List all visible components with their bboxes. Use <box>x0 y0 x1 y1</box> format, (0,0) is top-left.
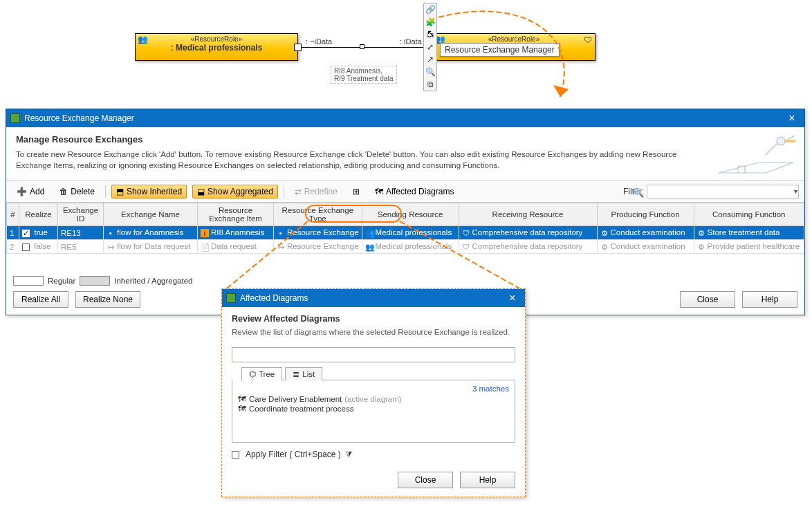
delete-button[interactable]: 🗑 Delete <box>55 185 100 198</box>
resource-exchange-manager-window: Resource Exchange Manager × Manage Resou… <box>6 109 805 315</box>
stereotype-label: «ResourceRole» <box>433 35 595 43</box>
tooltip: Resource Exchange Manager <box>440 43 560 57</box>
cell-sending: 👥Medical professionals <box>362 226 459 240</box>
cell-exid: RE5 <box>58 240 104 254</box>
tool-extra-button[interactable]: ⊞ <box>348 185 365 198</box>
col-realize[interactable]: Realize <box>19 203 58 226</box>
realize-none-button[interactable]: Realize None <box>75 291 140 308</box>
palette-item-2[interactable]: 🧩 <box>424 16 436 28</box>
gear-icon: ⚙ <box>600 243 609 251</box>
flow-icon: ↦ <box>107 243 115 251</box>
match-count: 3 matches <box>238 385 509 393</box>
filter-funnel-icon[interactable]: ⧩ <box>345 450 352 459</box>
cell-realize[interactable]: false <box>19 240 58 254</box>
legend-regular-label: Regular <box>48 277 75 285</box>
close-button[interactable]: Close <box>680 291 735 308</box>
flow-items-label: RI8 Anamnesis, RI9 Treatment data <box>331 66 397 84</box>
col-type[interactable]: Resource Exchange Type <box>274 203 362 226</box>
cell-item: iRI8 Anamnesis <box>198 226 274 240</box>
trash-icon: 🗑 <box>59 187 68 196</box>
filter-label: Filter: <box>623 187 644 196</box>
toolbar: ➕ Add 🗑 Delete ⬒ Show Inherited ⬓ Show A… <box>6 181 804 203</box>
intro-text: To create new Resource Exchange click 'A… <box>16 149 708 171</box>
help-button[interactable]: Help <box>742 291 797 308</box>
result-item[interactable]: 🗺 Care Delivery Enablement (active diagr… <box>238 394 509 404</box>
cell-receiving: 🛡Comprehensive data repository <box>459 240 597 254</box>
svg-point-1 <box>777 137 785 145</box>
shield-icon: 🛡 <box>584 35 592 45</box>
col-consuming[interactable]: Consuming Function <box>694 203 804 226</box>
filter-input[interactable] <box>647 185 799 198</box>
palette-item-4[interactable]: ⤢ <box>424 41 436 53</box>
result-item[interactable]: 🗺 Coordinate treatment process <box>238 404 509 414</box>
person-icon: 👥 <box>365 243 373 251</box>
cell-producing: ⚙Conduct examination <box>597 240 694 254</box>
realize-all-button[interactable]: Realize All <box>13 291 68 308</box>
palette-item-1[interactable]: 🔗 <box>424 3 436 16</box>
palette-item-6[interactable]: 🔍 <box>424 66 436 78</box>
palette-item-exchange-manager[interactable]: 🗂 <box>424 28 436 41</box>
legend: Regular Inherited / Aggregated <box>6 272 804 287</box>
intro-section: Manage Resource Exchanges To create new … <box>6 127 804 181</box>
tooltip-text: Resource Exchange Manager <box>445 45 555 55</box>
palette-item-5[interactable]: ↗ <box>424 53 436 66</box>
col-num[interactable]: # <box>7 203 19 226</box>
connector-line[interactable] <box>301 47 430 48</box>
apply-filter-checkbox[interactable] <box>232 451 239 459</box>
app-icon <box>226 293 236 303</box>
col-exid[interactable]: Exchange ID <box>58 203 104 226</box>
search-input[interactable] <box>232 347 515 362</box>
cell-realize[interactable]: true <box>19 226 58 240</box>
add-button[interactable]: ➕ Add <box>12 185 49 198</box>
result-name: Coordinate treatment process <box>249 405 354 413</box>
legend-swatch-inherited <box>80 276 110 286</box>
show-inherited-toggle[interactable]: ⬒ Show Inherited <box>111 185 187 198</box>
add-icon: ➕ <box>17 187 27 196</box>
connector-mid-handle[interactable] <box>360 44 365 49</box>
close-icon[interactable]: × <box>504 293 521 304</box>
inherit-icon: ⬒ <box>116 187 124 196</box>
show-aggregated-toggle[interactable]: ⬓ Show Aggregated <box>192 185 278 198</box>
col-exname[interactable]: Exchange Name <box>104 203 198 226</box>
dialog-help-button[interactable]: Help <box>460 472 515 488</box>
titlebar[interactable]: Resource Exchange Manager × <box>6 109 804 127</box>
checkbox-icon[interactable] <box>22 230 30 237</box>
diagram-canvas: 👥 «ResourceRole» : Medical professionals… <box>0 0 812 104</box>
tab-list[interactable]: ≣ List <box>285 367 322 380</box>
redefine-button[interactable]: ⇄ Redefine <box>290 185 342 198</box>
delete-label: Delete <box>71 187 95 196</box>
extra-icon: ⊞ <box>353 187 360 196</box>
tab-tree[interactable]: ⌬ Tree <box>241 367 282 380</box>
shield-icon: 🛡 <box>462 229 470 237</box>
dialog-close-button[interactable]: Close <box>398 472 453 488</box>
gear-icon: ⚙ <box>600 229 609 237</box>
person-icon: 👥 <box>365 229 373 237</box>
titlebar[interactable]: Affected Diagrams × <box>222 289 525 307</box>
col-producing[interactable]: Producing Function <box>597 203 694 226</box>
affected-diagrams-button[interactable]: 🗺 Affected Diagrams <box>370 185 459 198</box>
dialog-body: 🔍 ⌬ Tree ≣ List 3 matches 🗺 Care Deliver… <box>222 347 525 466</box>
doc-icon: 📄 <box>201 243 209 251</box>
col-sending[interactable]: Sending Resource <box>362 203 459 226</box>
col-item[interactable]: Resource Exchange Item <box>198 203 274 226</box>
cell-exname: ↦flow for Data request <box>104 240 198 254</box>
table-row[interactable]: 1 true RE13 ▪flow for Anamnesis iRI8 Ana… <box>7 226 804 240</box>
cell-num: 2 <box>7 240 19 254</box>
table-row[interactable]: 2 false RE5 ↦flow for Data request 📄Data… <box>7 240 804 254</box>
resource-role-left[interactable]: 👥 «ResourceRole» : Medical professionals <box>135 33 298 61</box>
col-receiving[interactable]: Receiving Resource <box>459 203 597 226</box>
palette-item-7[interactable]: ⧉ <box>424 78 436 91</box>
app-icon <box>10 113 20 123</box>
separator <box>105 185 106 198</box>
cell-consuming: ⚙Provide patient healthcare <box>694 240 804 254</box>
diagram-icon: 🗺 <box>238 395 246 403</box>
cell-receiving: 🛡Comprehensive data repository <box>459 226 597 240</box>
redefine-icon: ⇄ <box>295 187 302 196</box>
results-box: 3 matches 🗺 Care Delivery Enablement (ac… <box>232 380 515 443</box>
close-icon[interactable]: × <box>784 113 800 124</box>
role-name-label: : Medical professionals <box>136 43 297 53</box>
apply-filter-label: Apply Filter ( Ctrl+Space ) <box>246 450 341 459</box>
checkbox-icon[interactable] <box>22 243 30 251</box>
filter-group: Filter: <box>623 185 799 198</box>
filter-dropdown-icon[interactable]: ▾ <box>794 187 797 195</box>
